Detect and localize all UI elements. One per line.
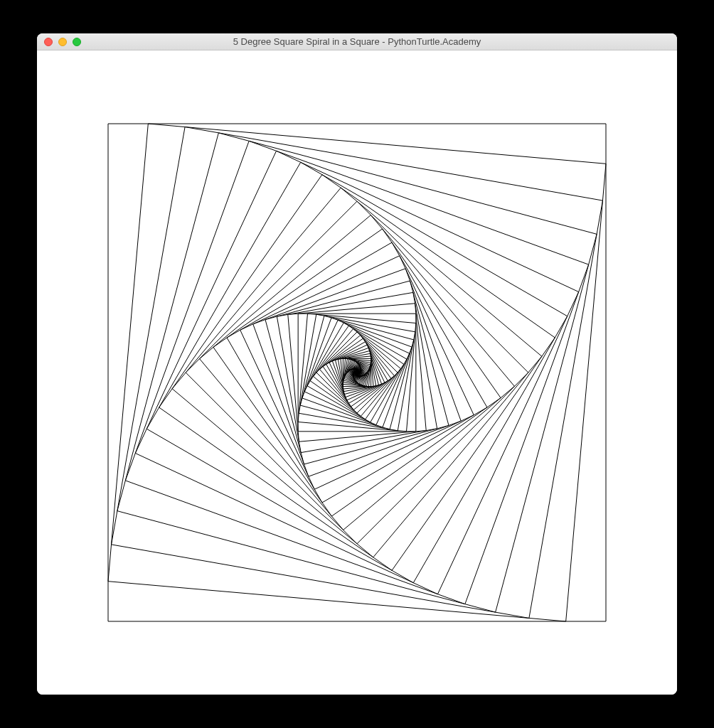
minimize-icon[interactable] xyxy=(58,38,67,46)
titlebar[interactable]: 5 Degree Square Spiral in a Square - Pyt… xyxy=(37,33,677,50)
window-title: 5 Degree Square Spiral in a Square - Pyt… xyxy=(37,36,677,47)
turtle-canvas xyxy=(37,50,677,695)
spiral-drawing xyxy=(37,50,677,695)
app-window: 5 Degree Square Spiral in a Square - Pyt… xyxy=(37,33,677,695)
svg-marker-91 xyxy=(357,373,358,373)
traffic-lights xyxy=(44,38,81,46)
maximize-icon[interactable] xyxy=(73,38,81,46)
close-icon[interactable] xyxy=(44,38,53,46)
